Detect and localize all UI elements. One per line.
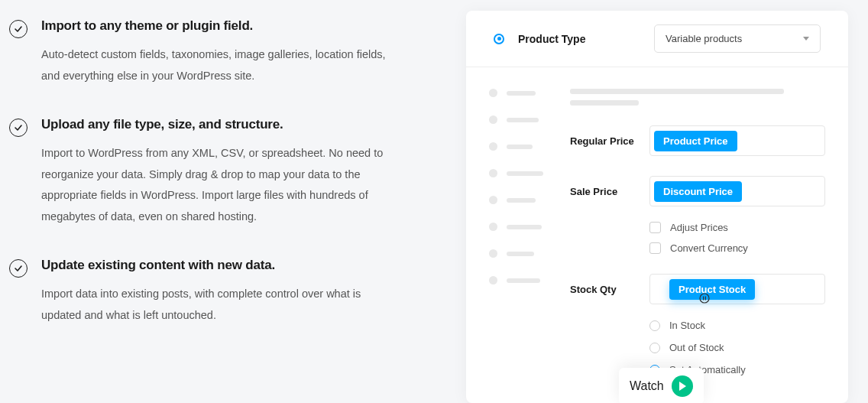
feature-item: Import to any theme or plugin field. Aut… (9, 18, 397, 86)
panel-header: Product Type Variable products (466, 11, 848, 67)
skeleton-line (570, 100, 639, 106)
feature-description: Auto-detect custom fields, taxonomies, i… (41, 44, 397, 86)
field-label: Sale Price (570, 186, 640, 197)
check-icon (9, 20, 28, 38)
regular-price-input[interactable]: Product Price (649, 125, 825, 156)
in-stock-radio[interactable]: In Stock (649, 320, 825, 331)
sale-price-row: Sale Price Discount Price (570, 176, 825, 206)
cursor-icon (698, 292, 711, 307)
product-type-dropdown[interactable]: Variable products (654, 24, 821, 53)
feature-description: Import to WordPress from any XML, CSV, o… (41, 143, 397, 227)
import-panel: Product Type Variable products (466, 11, 848, 403)
chevron-down-icon (803, 37, 809, 41)
regular-price-row: Regular Price Product Price (570, 125, 825, 156)
stock-qty-input[interactable]: Product Stock (649, 274, 825, 304)
mapping-tag-dragging[interactable]: Product Stock (669, 279, 755, 300)
adjust-prices-checkbox[interactable]: Adjust Prices (649, 222, 825, 233)
sidebar-skeleton (466, 89, 565, 386)
radio-label: Out of Stock (669, 342, 724, 353)
checkbox-label: Convert Currency (670, 242, 748, 254)
mapping-tag[interactable]: Product Price (654, 131, 737, 151)
feature-item: Upload any file type, size, and structur… (9, 117, 397, 227)
mapping-tag[interactable]: Discount Price (654, 181, 742, 202)
svg-rect-2 (705, 297, 706, 301)
feature-title: Import to any theme or plugin field. (41, 18, 397, 34)
radio-icon (649, 343, 660, 353)
radio-product-type[interactable] (494, 34, 504, 44)
radio-label: In Stock (669, 320, 705, 331)
features-list: Import to any theme or plugin field. Aut… (0, 0, 428, 403)
check-icon (9, 259, 28, 278)
checkbox-icon (649, 242, 661, 254)
svg-point-0 (700, 294, 709, 303)
watch-button[interactable]: Watch (619, 368, 704, 403)
radio-icon (649, 320, 660, 331)
check-icon (9, 119, 28, 137)
skeleton-line (570, 89, 784, 94)
play-icon (672, 375, 693, 397)
feature-title: Upload any file type, size, and structur… (41, 117, 397, 132)
checkbox-label: Adjust Prices (670, 222, 728, 233)
out-of-stock-radio[interactable]: Out of Stock (649, 342, 825, 353)
feature-description: Import data into existing posts, with co… (41, 284, 397, 326)
watch-label: Watch (630, 379, 664, 393)
dropdown-value: Variable products (666, 33, 742, 44)
sale-price-input[interactable]: Discount Price (649, 176, 825, 206)
stock-qty-row: Stock Qty Product Stock (570, 274, 825, 304)
feature-title: Update existing content with new data. (41, 258, 397, 273)
form-area: Regular Price Product Price Sale Price D… (565, 89, 848, 386)
field-label: Stock Qty (570, 284, 640, 295)
feature-item: Update existing content with new data. I… (9, 258, 397, 326)
header-label: Product Type (518, 33, 585, 45)
field-label: Regular Price (570, 135, 640, 147)
checkbox-icon (649, 222, 661, 233)
convert-currency-checkbox[interactable]: Convert Currency (649, 242, 825, 254)
svg-rect-1 (703, 297, 704, 301)
